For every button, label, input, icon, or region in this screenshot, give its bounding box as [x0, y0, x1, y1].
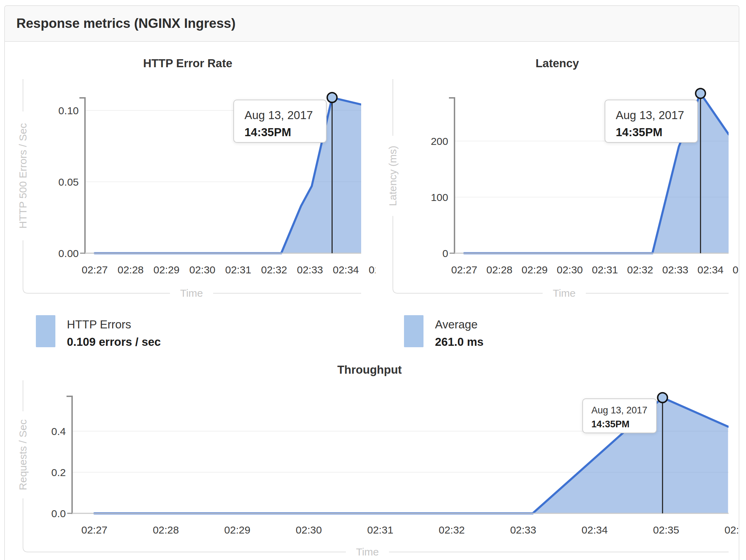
tooltip-time: 14:35PM: [244, 126, 326, 139]
legend-http-errors: HTTP Errors 0.109 errors / sec: [36, 315, 161, 349]
tooltip-time: 14:35PM: [591, 419, 656, 430]
tooltip-latency: Aug 13, 2017 14:35PM: [605, 100, 698, 143]
chart-title-latency: Latency: [536, 57, 579, 70]
legend-swatch: [36, 315, 55, 347]
chart-title-http-error-rate: HTTP Error Rate: [143, 57, 232, 70]
tooltip-date: Aug 13, 2017: [244, 109, 326, 122]
legend-value: 0.109 errors / sec: [67, 335, 161, 349]
legend-swatch: [404, 315, 423, 347]
panel-title: Response metrics (NGINX Ingress): [5, 16, 235, 31]
panel-header: Response metrics (NGINX Ingress): [5, 6, 739, 42]
tooltip-throughput: Aug 13, 2017 14:35PM: [582, 398, 657, 433]
tooltip-time: 14:35PM: [616, 126, 697, 139]
legend-label: HTTP Errors: [67, 318, 161, 331]
tooltip-date: Aug 13, 2017: [616, 109, 697, 122]
legend-value: 261.0 ms: [435, 335, 483, 349]
legend-label: Average: [435, 318, 483, 331]
legend-average-latency: Average 261.0 ms: [404, 315, 483, 349]
tooltip-http-error-rate: Aug 13, 2017 14:35PM: [233, 100, 327, 143]
tooltip-date: Aug 13, 2017: [591, 405, 656, 416]
chart-title-throughput: Throughput: [337, 363, 402, 376]
